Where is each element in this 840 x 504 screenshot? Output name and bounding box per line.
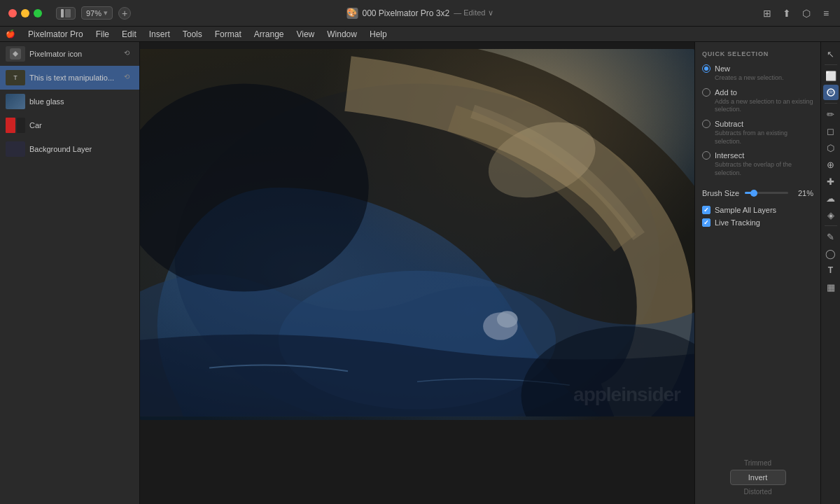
brush-size-value: 21% xyxy=(794,189,813,197)
menu-format[interactable]: Format xyxy=(209,28,247,41)
radio-add-label: Add to xyxy=(715,88,737,97)
layers-panel: Pixelmator icon ⟲ T This is text manipul… xyxy=(0,42,140,504)
menu-edit[interactable]: Edit xyxy=(116,28,142,41)
radio-new-desc: Creates a new selection. xyxy=(715,74,813,83)
clone-tool[interactable]: ⊕ xyxy=(823,157,839,172)
menu-arrange[interactable]: Arrange xyxy=(248,28,290,41)
share-icon[interactable]: ⬡ xyxy=(799,6,813,20)
document-title: 000 Pixelmator Pro 3x2 xyxy=(362,8,449,18)
radio-add-indicator xyxy=(702,88,710,97)
layer-visibility-icon[interactable]: ⟲ xyxy=(124,73,134,83)
radio-intersect-desc: Subtracts the overlap of the selection. xyxy=(715,161,813,177)
menu-help[interactable]: Help xyxy=(364,28,393,41)
main-layout: Pixelmator icon ⟲ T This is text manipul… xyxy=(0,42,840,504)
radio-subtract-indicator xyxy=(702,120,710,128)
quick-select-tool[interactable] xyxy=(823,85,839,100)
selection-rect-tool[interactable]: ⬜ xyxy=(823,68,839,83)
selection-mode-group: New Creates a new selection. Add to Adds… xyxy=(702,64,813,178)
live-tracking-checkbox[interactable] xyxy=(702,218,710,227)
menu-insert[interactable]: Insert xyxy=(144,28,176,41)
quick-selection-panel: QUICK SELECTION New Creates a new select… xyxy=(694,42,820,504)
radio-subtract-label: Subtract xyxy=(715,120,743,128)
minimize-button[interactable] xyxy=(21,9,29,18)
layer-name: Car xyxy=(29,121,134,130)
edited-status: — Edited ∨ xyxy=(454,8,493,18)
toolbar-separator xyxy=(825,225,837,226)
radio-subtract-desc: Subtracts from an existing selection. xyxy=(715,130,813,146)
radio-add-desc: Adds a new selection to an existing sele… xyxy=(715,98,813,114)
layer-thumbnail xyxy=(6,141,25,157)
pencil-tool[interactable]: ✎ xyxy=(823,229,839,244)
layer-item[interactable]: Pixelmator icon ⟲ xyxy=(0,42,139,66)
sample-all-layers-checkbox[interactable] xyxy=(702,206,710,214)
titlebar-center: 🎨 000 Pixelmator Pro 3x2 — Edited ∨ xyxy=(346,8,493,19)
radio-option-new[interactable]: New Creates a new selection. xyxy=(702,64,813,83)
layer-name: Background Layer xyxy=(29,145,134,153)
document-icon: 🎨 xyxy=(346,8,358,19)
canvas-area: appleinsider xyxy=(140,42,694,504)
live-tracking-row[interactable]: Live Tracking xyxy=(702,218,813,227)
radio-option-intersect[interactable]: Intersect Subtracts the overlap of the s… xyxy=(702,151,813,177)
maximize-button[interactable] xyxy=(34,9,42,18)
layer-item[interactable]: T This is text manipulatio... ⟲ xyxy=(0,66,139,90)
layer-visibility-icon[interactable]: ⟲ xyxy=(124,49,134,59)
svg-rect-0 xyxy=(61,9,64,18)
export-icon[interactable]: ⬆ xyxy=(780,6,794,20)
invert-button[interactable]: Invert xyxy=(730,470,786,485)
sharpen-tool[interactable]: ◈ xyxy=(823,207,839,223)
smudge-tool[interactable]: ☁ xyxy=(823,190,839,206)
brush-size-slider[interactable] xyxy=(745,192,788,194)
canvas-image: appleinsider xyxy=(140,49,694,420)
traffic-lights xyxy=(8,9,42,18)
radio-new-label: New xyxy=(715,64,730,73)
close-button[interactable] xyxy=(8,9,17,18)
layer-thumbnail xyxy=(6,46,25,62)
titlebar-right: ⊞ ⬆ ⬡ ≡ xyxy=(760,6,833,20)
canvas-painting-overlay xyxy=(140,49,694,416)
layer-item[interactable]: blue glass xyxy=(0,90,139,113)
brush-size-label: Brush Size xyxy=(702,189,739,197)
eraser-tool[interactable]: ◻ xyxy=(823,123,839,139)
text-tool[interactable]: T xyxy=(823,262,839,278)
zoom-value: 97% xyxy=(86,9,102,18)
sample-all-layers-label: Sample All Layers xyxy=(715,206,776,214)
radio-option-add-to[interactable]: Add to Adds a new selection to an existi… xyxy=(702,88,813,114)
layer-thumbnail xyxy=(17,118,25,133)
panel-section-title: QUICK SELECTION xyxy=(702,50,813,57)
shape-tool[interactable]: ◯ xyxy=(823,246,839,261)
gradient-tool[interactable]: ▦ xyxy=(823,279,839,295)
menu-file[interactable]: File xyxy=(90,28,115,41)
sample-all-layers-row[interactable]: Sample All Layers xyxy=(702,206,813,214)
svg-rect-1 xyxy=(65,9,71,18)
toolbar-separator xyxy=(825,103,837,104)
layer-item[interactable]: Background Layer xyxy=(0,137,139,161)
brush-tool[interactable]: ✏ xyxy=(823,106,839,122)
radio-option-subtract[interactable]: Subtract Subtracts from an existing sele… xyxy=(702,120,813,146)
fit-window-icon[interactable]: ⊞ xyxy=(760,6,774,20)
menu-view[interactable]: View xyxy=(290,28,320,41)
more-options-icon[interactable]: ≡ xyxy=(819,6,833,20)
zoom-control[interactable]: 97% ▾ xyxy=(81,6,113,20)
heal-tool[interactable]: ✚ xyxy=(823,174,839,189)
right-toolbar: ↖ ⬜ ✏ ◻ ⬡ ⊕ ✚ ☁ ◈ ✎ ◯ T ▦ xyxy=(820,42,840,504)
brush-size-row: Brush Size 21% xyxy=(702,189,813,197)
live-tracking-label: Live Tracking xyxy=(715,218,760,227)
layer-name: Pixelmator icon xyxy=(29,50,120,58)
layer-name: This is text manipulatio... xyxy=(29,74,120,82)
menu-window[interactable]: Window xyxy=(321,28,363,41)
layer-thumbnail: T xyxy=(6,70,25,85)
layer-item[interactable]: Car xyxy=(0,113,139,137)
titlebar: 97% ▾ + 🎨 000 Pixelmator Pro 3x2 — Edite… xyxy=(0,0,840,27)
menu-tools[interactable]: Tools xyxy=(177,28,208,41)
add-tab-button[interactable]: + xyxy=(118,7,131,20)
apple-logo: 🍎 xyxy=(6,29,15,38)
paint-bucket-tool[interactable]: ⬡ xyxy=(823,140,839,155)
layer-thumbnail xyxy=(6,94,25,109)
radio-intersect-indicator xyxy=(702,151,710,160)
cursor-tool[interactable]: ↖ xyxy=(823,46,839,62)
brush-size-thumb xyxy=(750,190,757,197)
menu-pixelmator[interactable]: Pixelmator Pro xyxy=(22,28,89,41)
sidebar-toggle[interactable] xyxy=(56,7,76,20)
radio-intersect-label: Intersect xyxy=(715,151,744,160)
toolbar-separator xyxy=(825,64,837,65)
